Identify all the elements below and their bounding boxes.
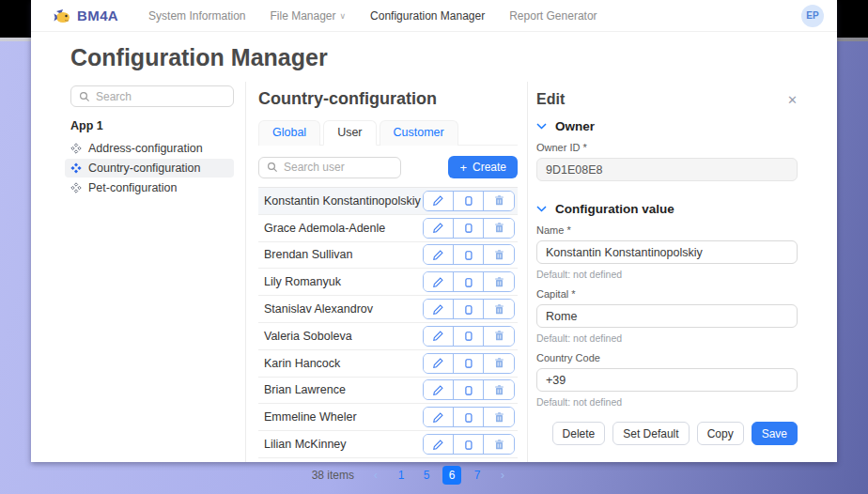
pagination-next[interactable]: ›	[493, 466, 512, 485]
delete-icon[interactable]	[484, 380, 514, 399]
nav-system-information[interactable]: System Information	[148, 9, 245, 23]
copy-icon[interactable]	[454, 327, 484, 346]
capital-field[interactable]	[536, 304, 798, 328]
row-actions	[423, 434, 515, 455]
row-name: Konstantin Konstantinopolskiy	[264, 194, 421, 208]
page-title: Configuration Manager	[31, 32, 837, 82]
delete-icon[interactable]	[484, 408, 514, 426]
nav-file-manager[interactable]: File Manager ∨	[270, 9, 346, 23]
copy-button[interactable]: Copy	[697, 422, 744, 445]
row-name: Karin Hancock	[264, 357, 340, 370]
copy-icon[interactable]	[454, 272, 484, 291]
edit-icon[interactable]	[424, 219, 454, 238]
edit-icon[interactable]	[424, 408, 454, 426]
edit-icon[interactable]	[424, 354, 454, 373]
delete-icon[interactable]	[484, 354, 514, 373]
user-search[interactable]	[258, 157, 401, 178]
copy-icon[interactable]	[454, 354, 484, 373]
user-table: Konstantin Konstantinopolskiy Grace Adem…	[258, 187, 518, 458]
delete-icon[interactable]	[484, 245, 514, 264]
create-button[interactable]: + Create	[448, 156, 518, 178]
pagination-page-5[interactable]: 5	[417, 466, 436, 485]
chevron-down-icon	[536, 123, 547, 130]
search-icon	[267, 162, 278, 173]
pagination-page-1[interactable]: 1	[392, 466, 411, 485]
copy-icon[interactable]	[454, 192, 484, 210]
top-nav: System Information File Manager ∨ Config…	[148, 9, 597, 23]
capital-default-helper: Default: not defined	[536, 332, 798, 344]
delete-icon[interactable]	[484, 327, 514, 346]
tab-customer[interactable]: Customer	[380, 120, 458, 146]
table-row[interactable]: Valeria Soboleva	[258, 323, 518, 350]
sidebar-item-country-configuration[interactable]: Country-configuration	[65, 159, 234, 178]
close-icon[interactable]: ✕	[787, 93, 798, 107]
save-button[interactable]: Save	[752, 422, 798, 445]
pagination-prev[interactable]: ‹	[366, 466, 385, 485]
pagination-total: 38 items	[312, 469, 354, 482]
edit-icon[interactable]	[424, 327, 454, 346]
pagination: 38 items ‹ 1 5 6 7 ›	[258, 458, 518, 494]
row-name: Lily Romanyuk	[264, 275, 341, 288]
edit-icon[interactable]	[424, 380, 454, 399]
edit-icon[interactable]	[424, 272, 454, 291]
table-row[interactable]: Emmeline Wheler	[258, 404, 518, 431]
scope-tabs: Global User Customer	[258, 120, 518, 146]
copy-icon[interactable]	[454, 435, 484, 454]
copy-icon[interactable]	[454, 408, 484, 426]
table-row[interactable]: Grace Ademola-Adenle	[258, 215, 518, 242]
country-code-field[interactable]	[536, 368, 798, 392]
row-name: Emmeline Wheler	[264, 410, 357, 424]
user-search-input[interactable]	[284, 161, 393, 174]
row-actions	[423, 353, 515, 374]
sidebar-search-input[interactable]	[96, 90, 225, 103]
tab-user[interactable]: User	[323, 120, 376, 146]
nav-report-generator[interactable]: Report Generator	[509, 9, 597, 23]
copy-icon[interactable]	[454, 245, 484, 264]
app-header: BM4A System Information File Manager ∨ C…	[31, 0, 837, 32]
country-code-label: Country Code	[536, 352, 798, 363]
tab-global[interactable]: Global	[258, 120, 320, 146]
delete-icon[interactable]	[484, 300, 514, 318]
owner-section-toggle[interactable]: Owner	[536, 119, 798, 133]
row-actions	[423, 271, 515, 292]
sidebar-item-pet-configuration[interactable]: Pet-configuration	[65, 178, 234, 197]
edit-icon[interactable]	[424, 245, 454, 264]
owner-id-label: Owner ID *	[536, 142, 798, 153]
delete-icon[interactable]	[484, 219, 514, 238]
nav-configuration-manager[interactable]: Configuration Manager	[370, 9, 485, 23]
delete-button[interactable]: Delete	[552, 422, 606, 445]
delete-icon[interactable]	[484, 192, 514, 210]
table-row[interactable]: Lily Romanyuk	[258, 269, 518, 296]
diamonds-icon	[70, 182, 82, 193]
copy-icon[interactable]	[454, 380, 484, 399]
sidebar-item-address-configuration[interactable]: Address-configuration	[65, 139, 234, 158]
row-actions	[423, 379, 515, 400]
table-row[interactable]: Lilian McKinney	[258, 431, 518, 458]
delete-icon[interactable]	[484, 272, 514, 291]
config-value-section-toggle[interactable]: Configuration value	[536, 202, 798, 216]
sidebar-search[interactable]	[70, 85, 234, 107]
pagination-page-7[interactable]: 7	[468, 466, 487, 485]
copy-icon[interactable]	[454, 219, 484, 238]
avatar[interactable]: EP	[801, 5, 824, 27]
table-row[interactable]: Brendan Sullivan	[258, 242, 518, 270]
edit-drawer: Edit ✕ Owner Owner ID * Configuration va…	[528, 82, 837, 462]
copy-icon[interactable]	[454, 300, 484, 318]
country-code-default-helper: Default: not defined	[536, 396, 798, 408]
table-row[interactable]: Brian Lawrence	[258, 378, 518, 405]
name-field[interactable]	[536, 240, 798, 264]
row-name: Brian Lawrence	[264, 383, 346, 396]
table-row[interactable]: Stanislav Alexandrov	[258, 296, 518, 323]
row-name: Brendan Sullivan	[264, 248, 353, 261]
list-toolbar: + Create	[258, 156, 518, 178]
name-default-helper: Default: not defined	[536, 269, 798, 280]
row-actions	[423, 218, 515, 239]
table-row[interactable]: Konstantin Konstantinopolskiy	[258, 188, 518, 215]
table-row[interactable]: Karin Hancock	[258, 350, 518, 378]
edit-icon[interactable]	[424, 435, 454, 454]
edit-icon[interactable]	[424, 192, 454, 210]
delete-icon[interactable]	[484, 435, 514, 454]
pagination-page-6[interactable]: 6	[442, 466, 461, 485]
edit-icon[interactable]	[424, 300, 454, 318]
set-default-button[interactable]: Set Default	[612, 422, 689, 445]
